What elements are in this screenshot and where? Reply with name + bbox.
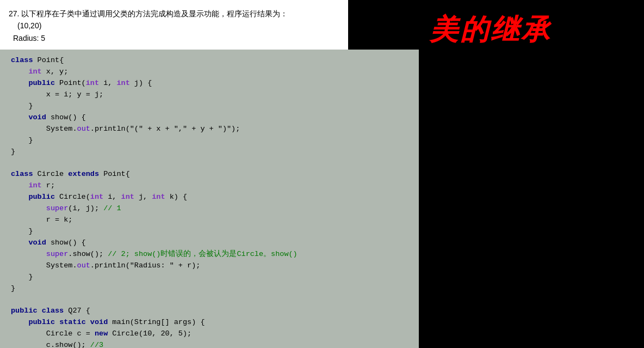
code-token: } [11,227,33,235]
code-token: public [11,307,38,315]
code-token: Circle [38,170,69,178]
code-token: k) { [165,193,188,201]
code-token: } [11,102,33,110]
bottom-row: class Point{ int x, y; public Point(int … [0,50,644,348]
code-token: Point( [55,79,86,87]
code-token: int [152,193,165,201]
top-section: 27. 以下程序在子类中通过调用父类的方法完成构造及显示功能，程序运行结果为： … [0,0,644,50]
code-token: void [28,113,46,121]
code-token: class [11,170,38,178]
code-token: show() { [46,113,86,121]
output-line1: (10,20) [9,21,41,30]
code-token: int [86,79,99,87]
code-token: // 2; show()时错误的，会被认为是Circle。show() [108,250,297,258]
code-token [86,318,90,326]
code-token: x, y; [42,68,69,76]
code-token: Point{ [99,170,130,178]
code-token: i, [99,79,116,87]
code-token [11,204,46,212]
code-token: public [28,79,55,87]
question-body: 以下程序在子类中通过调用父类的方法完成构造及显示功能，程序运行结果为： [21,9,288,18]
code-token: } [11,273,33,281]
code-token: out [77,261,90,270]
code-token: void [28,239,46,247]
code-token: j, [134,193,152,201]
code-token: .show(); [68,250,108,258]
code-token: // 1 [103,204,121,212]
code-token: extends [68,170,99,178]
code-token: class [42,307,64,315]
code-token: void [90,318,108,326]
code-token: int [116,79,129,87]
code-token: int [90,193,103,201]
code-token: int [121,193,134,201]
code-token: class [11,56,38,64]
code-token [11,250,46,258]
code-token [11,239,28,247]
code-token: r = k; [11,216,72,224]
code-token: //3 [90,341,103,348]
code-token: static [59,318,86,326]
code-token: i, [103,193,121,201]
code-block: class Point{ int x, y; public Point(int … [11,55,408,348]
code-token: int [28,181,41,190]
code-token: new [95,329,108,338]
black-right-panel [419,50,644,348]
page-layout: 27. 以下程序在子类中通过调用父类的方法完成构造及显示功能，程序运行结果为： … [0,0,644,348]
code-token: Circle c = [11,329,95,338]
code-token [11,318,28,326]
code-token [11,181,28,190]
code-token: out [77,125,90,133]
question-text: 27. 以下程序在子类中通过调用父类的方法完成构造及显示功能，程序运行结果为： … [9,8,339,44]
code-token: super [46,204,69,212]
code-token [55,318,59,326]
code-token: System. [11,125,77,133]
code-token: public [28,193,55,201]
code-token: .println("(" + x + "," + y + ")"); [90,125,240,133]
code-token [11,79,28,87]
output-line2: Radius: 5 [9,34,45,42]
code-token [38,307,42,315]
code-token: j) { [130,79,152,87]
code-token: } [11,148,15,156]
code-token: c.show(); [11,341,90,348]
code-token [11,193,28,201]
code-token: Point [38,56,60,64]
code-token: super [46,250,69,258]
code-token: { [59,56,64,64]
code-token: Circle(10, 20, 5); [108,329,191,338]
right-panel: 美的继承 [348,0,644,50]
code-token: main(String[] args) { [108,318,205,326]
code-token: Circle( [55,193,90,201]
code-token: System. [11,261,77,270]
code-token: .println("Radius: " + r); [90,261,201,270]
page-title: 美的继承 [430,11,552,49]
code-wrapper: class Point{ int x, y; public Point(int … [0,50,419,348]
code-token: (i, j); [68,204,103,212]
code-token: x = i; y = j; [11,90,103,99]
code-token [11,68,28,76]
code-token: } [11,136,33,144]
code-token: int [28,68,41,76]
code-token: public [28,318,55,326]
code-token: } [11,284,15,292]
code-token [11,113,28,121]
code-token: r; [42,181,55,190]
code-token: Q27 { [64,307,90,315]
question-number: 27. [9,9,19,18]
code-token: show() { [46,239,86,247]
question-box: 27. 以下程序在子类中通过调用父类的方法完成构造及显示功能，程序运行结果为： … [0,0,348,50]
